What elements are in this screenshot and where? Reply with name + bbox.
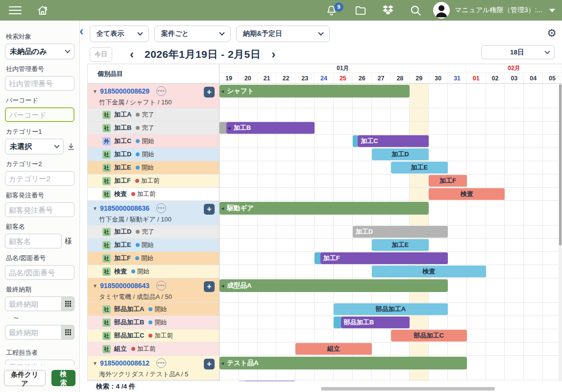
item-number-link[interactable]: 9185000008643 bbox=[100, 282, 149, 290]
gantt-bar-progress[interactable] bbox=[353, 135, 358, 147]
day-header-label[interactable]: 29 bbox=[410, 73, 429, 83]
group-header-row[interactable]: ▼9185000008629•••+竹下金属 / シャフト / 150 bbox=[88, 84, 219, 108]
date-type-filter-dropdown[interactable]: 納期&予定日 bbox=[236, 25, 330, 42]
gantt-bar[interactable]: ◀テスト品A bbox=[220, 357, 467, 369]
customer-name-input[interactable] bbox=[5, 234, 62, 248]
day-header-label[interactable]: 23 bbox=[295, 73, 315, 83]
process-row[interactable]: 社検査開始 bbox=[88, 265, 219, 278]
gantt-bar[interactable]: 部品加工B bbox=[341, 317, 410, 328]
gantt-bar[interactable]: 検査 bbox=[372, 266, 486, 277]
category2-input[interactable] bbox=[5, 171, 74, 186]
expand-triangle-icon[interactable]: ▼ bbox=[93, 206, 98, 211]
item-number-link[interactable]: 9185000008629 bbox=[100, 87, 149, 95]
customer-order-no-input[interactable] bbox=[5, 202, 74, 217]
grouping-filter-dropdown[interactable]: 案件ごと bbox=[154, 25, 231, 42]
apply-below-icon[interactable] bbox=[68, 143, 74, 150]
gantt-bar[interactable]: ◀駆動ギア bbox=[220, 202, 429, 215]
expand-triangle-icon[interactable]: ▼ bbox=[93, 283, 98, 289]
process-row[interactable]: 社加工A完了 bbox=[88, 108, 219, 122]
clear-conditions-button[interactable]: 条件クリア bbox=[4, 370, 46, 386]
process-row[interactable]: 社加工E開始 bbox=[88, 239, 219, 252]
process-row[interactable]: 社部品加工C加工前 bbox=[88, 329, 219, 343]
item-drawing-no-input[interactable] bbox=[5, 265, 74, 280]
process-row[interactable]: 社加工D完了 bbox=[88, 225, 219, 239]
next-period-arrow[interactable]: › bbox=[271, 49, 275, 60]
display-filter-dropdown[interactable]: 全て表示 bbox=[90, 25, 149, 42]
process-row[interactable]: 社加工E開始 bbox=[88, 161, 219, 174]
day-header-label[interactable]: 21 bbox=[258, 73, 277, 83]
day-header-label[interactable]: 02 bbox=[486, 73, 505, 83]
gantt-bar[interactable]: 加工F bbox=[429, 175, 467, 187]
day-header-label[interactable]: 22 bbox=[276, 73, 295, 83]
prev-period-arrow[interactable]: ‹ bbox=[130, 49, 134, 60]
expand-triangle-icon[interactable]: ▼ bbox=[93, 361, 98, 366]
gantt-bar-progress[interactable] bbox=[315, 252, 320, 264]
bell-icon[interactable]: 9 bbox=[325, 4, 338, 17]
day-header-label[interactable]: 03 bbox=[505, 73, 524, 83]
gantt-bar[interactable]: 組立 bbox=[295, 343, 371, 355]
calendar-icon[interactable] bbox=[62, 296, 74, 311]
comment-icon[interactable]: ••• bbox=[156, 281, 166, 291]
gantt-bar[interactable]: 加工E bbox=[391, 162, 448, 173]
gantt-bar[interactable]: 加工F bbox=[320, 252, 448, 264]
comment-icon[interactable]: ••• bbox=[156, 86, 166, 96]
add-process-button[interactable]: + bbox=[204, 359, 215, 369]
process-row[interactable]: 社組立加工前 bbox=[88, 343, 219, 356]
settings-gear-icon[interactable]: ⚙ bbox=[547, 27, 557, 39]
add-process-button[interactable]: + bbox=[204, 281, 215, 292]
day-header-label[interactable]: 01 bbox=[467, 73, 486, 83]
gantt-bar[interactable]: 加工E bbox=[372, 239, 429, 251]
gantt-bar[interactable]: 加工D bbox=[372, 148, 429, 160]
gantt-bar[interactable]: ◀加工B bbox=[226, 122, 315, 134]
process-row[interactable]: 社加工B完了 bbox=[88, 122, 219, 135]
search-icon[interactable] bbox=[409, 4, 422, 17]
process-row[interactable]: 社部品加工B開始 bbox=[88, 316, 219, 329]
day-header-label[interactable]: 31 bbox=[448, 73, 467, 83]
gantt-bar[interactable]: 検査 bbox=[429, 188, 505, 200]
internal-no-input[interactable] bbox=[5, 76, 74, 91]
today-button[interactable]: 今日 bbox=[90, 47, 112, 62]
day-header-label[interactable]: 30 bbox=[429, 73, 448, 83]
horizontal-scrollbar-thumb[interactable] bbox=[321, 387, 495, 391]
period-span-select[interactable]: 18日 bbox=[481, 45, 555, 59]
group-header-row[interactable]: ▼9185000008612•••+海外ツクリダス / テスト品A / 5 bbox=[88, 356, 219, 380]
barcode-input[interactable] bbox=[5, 107, 74, 122]
final-due-from-input[interactable] bbox=[5, 296, 62, 311]
dropbox-icon[interactable] bbox=[382, 4, 394, 17]
calendar-icon[interactable] bbox=[62, 325, 74, 340]
vertical-scrollbar[interactable] bbox=[559, 84, 562, 382]
folder-icon[interactable] bbox=[354, 4, 367, 17]
comment-icon[interactable]: ••• bbox=[156, 358, 166, 368]
day-header-label[interactable]: 19 bbox=[220, 73, 239, 83]
day-header-label[interactable]: 27 bbox=[372, 73, 391, 83]
process-row[interactable]: 社加工F加工前 bbox=[88, 174, 219, 188]
caret-down-icon[interactable] bbox=[549, 9, 555, 12]
gantt-bar[interactable]: 部品加工C bbox=[391, 330, 467, 342]
gantt-bar[interactable]: ◀シャフト bbox=[220, 85, 410, 98]
search-target-select[interactable]: 未納品のみ bbox=[5, 44, 74, 59]
process-row[interactable]: 外加工C開始 bbox=[88, 135, 219, 148]
day-header-label[interactable]: 25 bbox=[334, 73, 353, 83]
day-header-label[interactable]: 20 bbox=[239, 73, 258, 83]
item-number-link[interactable]: 9185000008612 bbox=[100, 359, 149, 367]
day-header-label[interactable]: 05 bbox=[543, 73, 562, 83]
user-role-label[interactable]: マニュアル権限（管理3）:... bbox=[455, 6, 542, 15]
gantt-bar-progress[interactable] bbox=[334, 317, 341, 328]
gantt-bar[interactable]: 部品加工A bbox=[334, 303, 448, 315]
day-header-label[interactable]: 26 bbox=[353, 73, 372, 83]
gantt-bar-progress[interactable] bbox=[220, 122, 226, 134]
search-button[interactable]: 検索 bbox=[51, 370, 75, 386]
day-header-label[interactable]: 24 bbox=[315, 73, 334, 83]
menu-icon[interactable] bbox=[9, 4, 22, 17]
gantt-bar[interactable]: 加工C bbox=[358, 135, 429, 147]
day-header-label[interactable]: 04 bbox=[524, 73, 543, 83]
add-process-button[interactable]: + bbox=[204, 204, 215, 215]
collapse-sidebar-icon[interactable]: ‹ bbox=[79, 24, 84, 37]
group-header-row[interactable]: ▼9185000008636•••+竹下金属 / 駆動ギア / 100 bbox=[88, 201, 219, 225]
process-row[interactable]: 社加工D開始 bbox=[88, 148, 219, 161]
gantt-bar[interactable]: ◀成型品A bbox=[220, 279, 448, 292]
home-icon[interactable] bbox=[36, 4, 49, 17]
day-header-label[interactable]: 28 bbox=[391, 73, 410, 83]
final-due-to-input[interactable] bbox=[5, 325, 62, 340]
category1-select[interactable]: 未選択 bbox=[5, 139, 64, 154]
